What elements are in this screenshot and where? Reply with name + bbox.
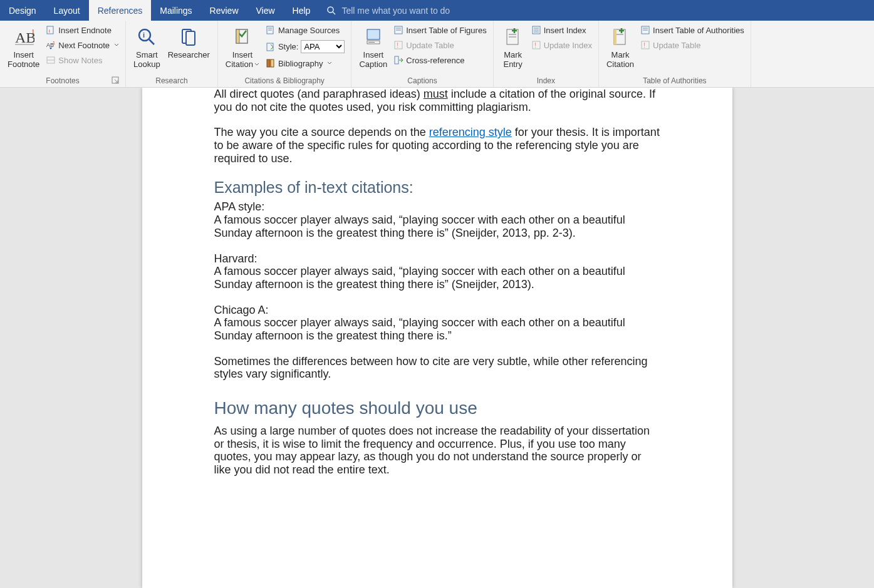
tab-view[interactable]: View <box>247 0 284 21</box>
cross-reference-button[interactable]: Cross-reference <box>391 54 489 66</box>
insert-footnote-button[interactable]: AB1 Insert Footnote <box>4 23 43 70</box>
tab-review[interactable]: Review <box>201 0 247 21</box>
body-text: A famous soccer player always said, “pla… <box>214 265 660 291</box>
svg-rect-16 <box>186 31 195 45</box>
insert-table-of-figures-button[interactable]: Insert Table of Figures <box>391 24 489 36</box>
manage-sources-button[interactable]: Manage Sources <box>263 24 348 36</box>
svg-line-1 <box>333 12 335 14</box>
tell-me-placeholder: Tell me what you want to do <box>341 6 450 16</box>
tab-layout[interactable]: Layout <box>45 0 89 21</box>
insert-toa-icon <box>640 25 650 35</box>
tab-help[interactable]: Help <box>284 0 320 21</box>
search-icon <box>326 6 336 16</box>
svg-rect-22 <box>267 43 273 51</box>
group-label-index: Index <box>497 75 595 87</box>
bibliography-button[interactable]: Bibliography <box>263 57 348 70</box>
svg-rect-18 <box>236 29 239 43</box>
heading-examples: Examples of in-text citations: <box>214 178 660 197</box>
citation-style-select[interactable]: Style: APA <box>263 39 348 54</box>
body-text: A famous soccer player always said, “pla… <box>214 316 660 342</box>
body-text: All direct quotes (and paraphrased ideas… <box>214 88 660 113</box>
tell-me-search[interactable]: Tell me what you want to do <box>326 0 450 21</box>
chevron-down-icon <box>327 61 332 66</box>
insert-citation-button[interactable]: Insert Citation <box>222 23 263 70</box>
svg-text:!: ! <box>397 42 398 49</box>
mark-entry-icon <box>503 27 523 47</box>
insert-endnote-button[interactable]: i Insert Endnote <box>43 24 122 36</box>
svg-rect-25 <box>367 29 380 39</box>
insert-caption-button[interactable]: Insert Caption <box>355 23 391 70</box>
mark-citation-icon <box>610 27 630 47</box>
group-label-research: Research <box>130 75 214 87</box>
researcher-button[interactable]: Researcher <box>164 23 214 61</box>
chevron-down-icon <box>114 43 119 48</box>
show-notes-icon <box>46 55 56 65</box>
group-footnotes: AB1 Insert Footnote i Insert Endnote AB1… <box>0 21 126 87</box>
style-dropdown[interactable]: APA <box>301 40 345 53</box>
insert-citation-icon <box>232 27 252 47</box>
body-text: Harvard: <box>214 252 660 266</box>
smart-lookup-icon: i <box>137 27 157 47</box>
svg-point-0 <box>328 7 333 13</box>
ribbon: AB1 Insert Footnote i Insert Endnote AB1… <box>0 21 874 88</box>
bibliography-icon <box>266 58 276 68</box>
document-workspace[interactable]: All direct quotes (and paraphrased ideas… <box>0 88 874 588</box>
heading-how-many: How many quotes should you use <box>214 398 660 418</box>
insert-index-icon <box>531 25 541 35</box>
group-captions: Insert Caption Insert Table of Figures !… <box>351 21 493 87</box>
svg-rect-24 <box>271 59 274 67</box>
group-index: Mark Entry Insert Index ! Update Index I… <box>494 21 599 87</box>
insert-caption-icon <box>363 27 383 47</box>
svg-rect-33 <box>395 56 398 64</box>
next-footnote-icon: AB1 <box>46 40 56 50</box>
referencing-style-link[interactable]: referencing style <box>429 126 512 138</box>
mark-entry-button[interactable]: Mark Entry <box>497 23 529 70</box>
group-label-toa: Table of Authorities <box>603 75 747 87</box>
svg-text:i: i <box>143 31 145 39</box>
tab-design[interactable]: Design <box>0 0 45 21</box>
dialog-launcher-icon[interactable] <box>112 76 120 85</box>
group-label-captions: Captions <box>355 75 489 87</box>
group-toa: Mark Citation Insert Table of Authoritie… <box>599 21 751 87</box>
svg-rect-45 <box>614 29 616 44</box>
update-table-button[interactable]: ! Update Table <box>391 39 489 51</box>
svg-text:!: ! <box>534 42 536 49</box>
tab-mailings[interactable]: Mailings <box>151 0 200 21</box>
body-text: APA style: <box>214 200 660 214</box>
document-page[interactable]: All direct quotes (and paraphrased ideas… <box>142 88 732 588</box>
next-footnote-button[interactable]: AB1 Next Footnote <box>43 39 122 51</box>
researcher-icon <box>179 27 199 47</box>
tab-references[interactable]: References <box>89 0 152 21</box>
group-label-citations: Citations & Bibliography <box>222 75 348 87</box>
svg-rect-5 <box>47 26 53 34</box>
style-icon <box>266 42 276 52</box>
tab-bar: Design Layout References Mailings Review… <box>0 0 874 21</box>
mark-citation-button[interactable]: Mark Citation <box>603 23 638 70</box>
svg-rect-31 <box>395 41 402 49</box>
body-text: Chicago A: <box>214 304 660 317</box>
smart-lookup-button[interactable]: i Smart Lookup <box>130 23 164 70</box>
insert-index-button[interactable]: Insert Index <box>529 24 595 36</box>
manage-sources-icon <box>266 25 276 35</box>
update-icon: ! <box>393 40 403 50</box>
group-research: i Smart Lookup Researcher Research <box>126 21 218 87</box>
svg-rect-23 <box>267 59 270 67</box>
svg-line-13 <box>149 39 154 44</box>
cross-reference-icon <box>393 55 403 65</box>
body-text: Sometimes the differences between how to… <box>214 355 660 381</box>
update-icon: ! <box>531 40 541 50</box>
update-index-button[interactable]: ! Update Index <box>529 39 595 51</box>
svg-text:!: ! <box>643 42 645 49</box>
body-text: The way you cite a source depends on the… <box>214 126 660 165</box>
update-icon: ! <box>640 40 650 50</box>
update-toa-button[interactable]: ! Update Table <box>638 39 747 51</box>
group-citations: Insert Citation Manage Sources Style: AP… <box>218 21 352 87</box>
body-text: As using a large number of quotes does n… <box>214 425 660 477</box>
svg-text:1: 1 <box>31 28 34 35</box>
chevron-down-icon <box>254 62 259 67</box>
group-label-footnotes: Footnotes <box>4 75 122 87</box>
svg-rect-41 <box>533 41 540 49</box>
svg-rect-49 <box>642 41 649 49</box>
insert-toa-button[interactable]: Insert Table of Authorities <box>638 24 747 36</box>
show-notes-button[interactable]: Show Notes <box>43 54 122 66</box>
